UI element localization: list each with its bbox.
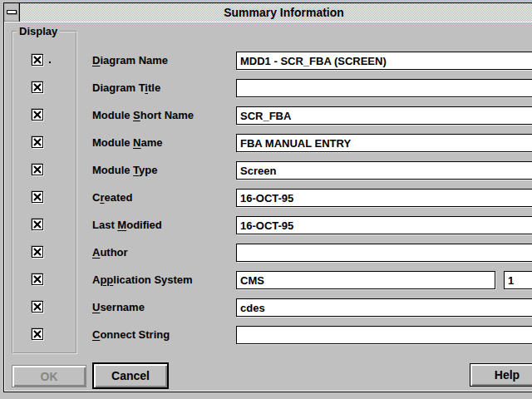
field-row-module-type: Module Type (4, 161, 532, 180)
checkbox-x-icon (32, 302, 42, 312)
display-checkbox-created[interactable] (32, 191, 43, 203)
label-application-system: Application System (92, 271, 193, 289)
diagram-title-input[interactable] (236, 79, 532, 97)
checkbox-x-icon (32, 247, 42, 257)
display-checkbox-connect-string[interactable] (32, 328, 43, 340)
display-checkbox-last-modified[interactable] (32, 219, 43, 230)
field-row-diagram-title: Diagram Title (4, 79, 532, 97)
ok-button[interactable]: OK (12, 365, 86, 387)
field-row-module-short-name: Module Short Name (4, 106, 532, 125)
system-menu-button[interactable] (4, 3, 20, 22)
module-type-input[interactable] (236, 161, 532, 180)
field-row-diagram-name: Diagram Name (4, 52, 532, 70)
checkbox-x-icon (32, 137, 42, 147)
checkbox-x-icon (32, 110, 42, 120)
diagram-name-input[interactable] (236, 52, 532, 70)
field-row-last-modified: Last Modified (4, 216, 532, 234)
last-modified-input[interactable] (236, 216, 532, 234)
label-module-short-name: Module Short Name (92, 106, 194, 125)
display-checkbox-username[interactable] (32, 301, 43, 313)
title-bar: Summary Information (4, 3, 532, 22)
label-created: Created (92, 189, 132, 207)
checkbox-x-icon (32, 219, 42, 229)
display-checkbox-application-system[interactable] (32, 273, 43, 285)
summary-information-dialog: Summary Information Display Diagram Name… (3, 2, 532, 392)
label-module-type: Module Type (92, 161, 158, 180)
display-checkbox-diagram-name[interactable] (32, 54, 43, 66)
help-button[interactable]: Help (470, 363, 532, 387)
checkbox-x-icon (32, 192, 42, 202)
field-row-connect-string: Connect String (4, 326, 532, 344)
label-module-name: Module Name (92, 134, 163, 152)
label-username: Username (92, 298, 145, 317)
checkbox-x-icon (32, 55, 42, 65)
label-diagram-name: Diagram Name (92, 52, 168, 70)
title-bar-pattern: Summary Information (20, 3, 532, 22)
label-author: Author (92, 244, 128, 262)
checkbox-x-icon (32, 274, 42, 284)
screen-background: Summary Information Display Diagram Name… (0, 0, 532, 399)
window-title: Summary Information (224, 6, 344, 19)
created-input[interactable] (236, 189, 532, 207)
display-group-label: Display (17, 25, 60, 37)
module-short-name-input[interactable] (236, 106, 532, 125)
checkbox-x-icon (32, 329, 42, 339)
checkbox-x-icon (32, 165, 42, 175)
cancel-button[interactable]: Cancel (92, 362, 169, 389)
field-row-author: Author (4, 244, 532, 262)
field-row-username: Username (4, 298, 532, 317)
display-checkbox-diagram-title[interactable] (32, 81, 43, 93)
connect-string-input[interactable] (236, 326, 532, 344)
display-checkbox-author[interactable] (32, 246, 43, 258)
label-last-modified: Last Modified (92, 216, 162, 234)
username-input[interactable] (236, 298, 532, 317)
module-name-input[interactable] (236, 134, 532, 152)
application-system-version-input[interactable] (504, 271, 532, 289)
field-row-application-system: Application System (4, 271, 532, 289)
label-diagram-title: Diagram Title (92, 79, 160, 97)
display-checkbox-module-type[interactable] (32, 164, 43, 175)
field-row-created: Created (4, 189, 532, 207)
field-row-module-name: Module Name (4, 134, 532, 152)
label-connect-string: Connect String (92, 326, 170, 344)
display-checkbox-module-short-name[interactable] (32, 109, 43, 121)
checkbox-x-icon (32, 82, 42, 92)
display-checkbox-module-name[interactable] (32, 136, 43, 148)
application-system-input[interactable] (236, 271, 495, 289)
system-menu-icon (7, 10, 17, 14)
author-input[interactable] (236, 244, 532, 262)
